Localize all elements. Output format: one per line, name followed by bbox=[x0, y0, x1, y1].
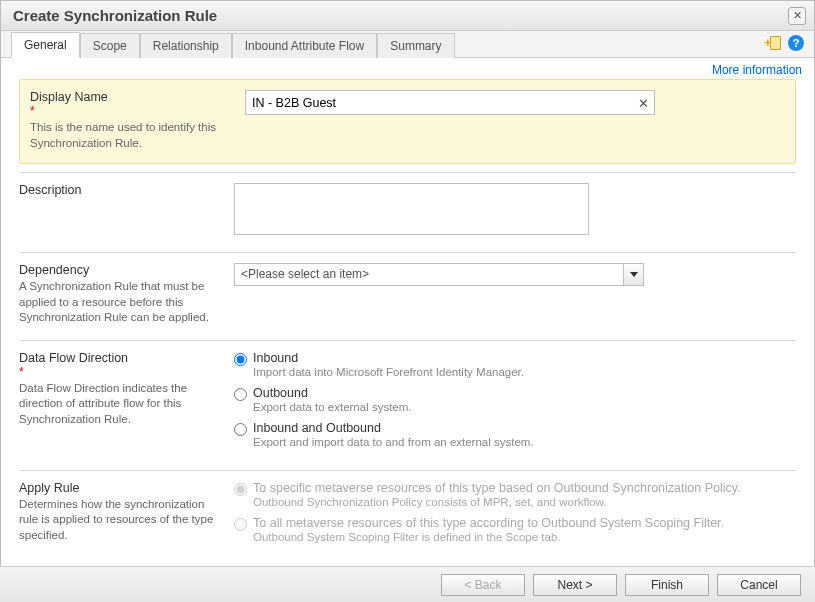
more-information-link[interactable]: More information bbox=[712, 63, 802, 77]
required-star: * bbox=[19, 365, 214, 379]
plus-icon: + bbox=[764, 35, 772, 50]
chevron-down-icon bbox=[630, 272, 638, 277]
dependency-desc: A Synchronization Rule that must be appl… bbox=[19, 279, 214, 326]
direction-option-outbound: Outbound bbox=[253, 386, 412, 400]
dependency-select[interactable]: <Please select an item> bbox=[234, 263, 644, 286]
next-button[interactable]: Next > bbox=[533, 574, 617, 596]
direction-option-both: Inbound and Outbound bbox=[253, 421, 534, 435]
tab-general[interactable]: General bbox=[11, 32, 80, 58]
help-button[interactable]: ? bbox=[788, 35, 804, 51]
tab-relationship[interactable]: Relationship bbox=[140, 33, 232, 58]
direction-radio-both[interactable] bbox=[234, 423, 247, 436]
cancel-button[interactable]: Cancel bbox=[717, 574, 801, 596]
direction-option-both-desc: Export and import data to and from an ex… bbox=[253, 436, 534, 448]
tab-strip: General Scope Relationship Inbound Attri… bbox=[1, 31, 814, 58]
direction-radio-inbound[interactable] bbox=[234, 353, 247, 366]
apply-rule-option-scoping: To all metaverse resources of this type … bbox=[253, 516, 724, 530]
direction-radio-outbound[interactable] bbox=[234, 388, 247, 401]
tab-scope[interactable]: Scope bbox=[80, 33, 140, 58]
section-apply-rule: Apply Rule Determines how the synchroniz… bbox=[19, 470, 796, 565]
apply-rule-option-scoping-desc: Outbound System Scoping Filter is define… bbox=[253, 531, 724, 543]
required-star: * bbox=[30, 104, 225, 118]
close-icon: ✕ bbox=[793, 9, 802, 22]
back-button: < Back bbox=[441, 574, 525, 596]
apply-rule-desc: Determines how the synchronization rule … bbox=[19, 497, 214, 544]
window-title: Create Synchronization Rule bbox=[13, 7, 217, 24]
button-bar: < Back Next > Finish Cancel bbox=[0, 566, 815, 602]
tab-inbound-attribute-flow[interactable]: Inbound Attribute Flow bbox=[232, 33, 377, 58]
section-direction: Data Flow Direction * Data Flow Directio… bbox=[19, 340, 796, 470]
apply-rule-option-policy-desc: Outbound Synchronization Policy consists… bbox=[253, 496, 741, 508]
direction-desc: Data Flow Direction indicates the direct… bbox=[19, 381, 214, 428]
new-resource-button[interactable]: + bbox=[766, 35, 782, 51]
content-area: Display Name * This is the name used to … bbox=[1, 79, 814, 581]
dependency-select-button[interactable] bbox=[623, 264, 643, 285]
apply-rule-option-policy: To specific metaverse resources of this … bbox=[253, 481, 741, 495]
clear-input-button[interactable]: ✕ bbox=[638, 95, 649, 110]
section-display-name: Display Name * This is the name used to … bbox=[19, 79, 796, 164]
finish-button[interactable]: Finish bbox=[625, 574, 709, 596]
description-label: Description bbox=[19, 183, 214, 197]
apply-rule-radio-policy bbox=[234, 483, 247, 496]
direction-option-inbound: Inbound bbox=[253, 351, 524, 365]
help-icon: ? bbox=[793, 37, 800, 49]
apply-rule-label: Apply Rule bbox=[19, 481, 214, 495]
tab-summary[interactable]: Summary bbox=[377, 33, 454, 58]
dependency-label: Dependency bbox=[19, 263, 214, 277]
display-name-input[interactable] bbox=[245, 90, 655, 115]
display-name-label: Display Name bbox=[30, 90, 225, 104]
section-dependency: Dependency A Synchronization Rule that m… bbox=[19, 252, 796, 340]
section-description: Description bbox=[19, 172, 796, 252]
direction-option-outbound-desc: Export data to external system. bbox=[253, 401, 412, 413]
display-name-desc: This is the name used to identify this S… bbox=[30, 120, 225, 151]
direction-option-inbound-desc: Import data into Microsoft Forefront Ide… bbox=[253, 366, 524, 378]
description-input[interactable] bbox=[234, 183, 589, 235]
dependency-select-value: <Please select an item> bbox=[235, 264, 623, 285]
title-bar: Create Synchronization Rule ✕ bbox=[1, 1, 814, 31]
close-button[interactable]: ✕ bbox=[788, 7, 806, 25]
direction-label: Data Flow Direction bbox=[19, 351, 214, 365]
apply-rule-radio-scoping bbox=[234, 518, 247, 531]
